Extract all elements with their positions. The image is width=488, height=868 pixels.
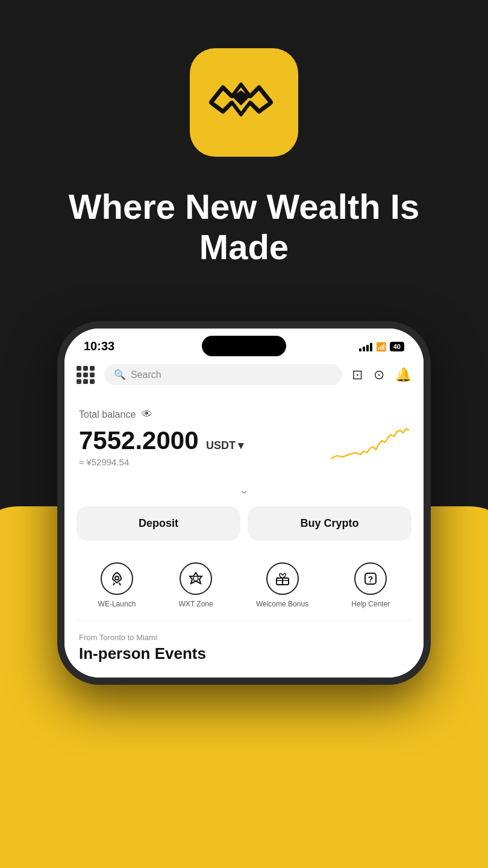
events-section: From Toronto to Miami In-person Events — [64, 621, 424, 678]
balance-display: 7552.2000 USDT ▾ — [79, 427, 243, 454]
currency-label: USDT — [206, 439, 236, 452]
action-buttons: Deposit Buy Crypto — [64, 506, 424, 553]
app-icon — [190, 48, 298, 157]
search-bar[interactable]: 🔍 Search — [104, 364, 342, 385]
feature-we-launch[interactable]: WE-Launch — [98, 562, 136, 608]
feature-wxt-zone[interactable]: WXT Zone — [179, 562, 213, 608]
help-center-label: Help Center — [351, 600, 390, 608]
scan-icon[interactable]: ⊡ — [352, 367, 363, 383]
events-subtitle: From Toronto to Miami — [79, 633, 409, 642]
balance-fiat: ≈ ¥52994.54 — [79, 457, 243, 467]
feature-welcome-bonus[interactable]: Welcome Bonus — [256, 562, 308, 608]
phone-screen: 10:33 📶 40 🔍 S — [64, 329, 424, 678]
help-center-icon: ? — [354, 562, 387, 595]
wifi-icon: 📶 — [376, 342, 386, 351]
hero-tagline: Where New Wealth Is Made — [0, 187, 488, 267]
signal-icon — [359, 342, 372, 351]
buy-crypto-button[interactable]: Buy Crypto — [248, 506, 411, 541]
hero-section: Where New Wealth Is Made — [0, 0, 488, 333]
we-launch-icon — [101, 562, 133, 595]
search-placeholder: Search — [131, 370, 161, 380]
support-icon[interactable]: ⊙ — [374, 367, 384, 383]
app-header: 🔍 Search ⊡ ⊙ 🔔 — [64, 358, 424, 394]
phone-outer-frame: 10:33 📶 40 🔍 S — [57, 321, 431, 685]
svg-point-1 — [193, 576, 198, 581]
status-icons: 📶 40 — [359, 342, 404, 351]
status-bar: 10:33 📶 40 — [64, 329, 424, 358]
currency-dropdown-icon[interactable]: ▾ — [238, 439, 243, 452]
welcome-bonus-label: Welcome Bonus — [256, 600, 308, 608]
search-icon: 🔍 — [114, 369, 126, 380]
status-time: 10:33 — [84, 339, 114, 353]
balance-left: 7552.2000 USDT ▾ ≈ ¥52994.54 — [79, 427, 243, 467]
svg-text:?: ? — [368, 574, 374, 584]
balance-section: Total balance 👁 7552.2000 USDT ▾ ≈ ¥5299… — [64, 394, 424, 477]
balance-amount: 7552.2000 — [79, 426, 199, 454]
feature-help-center[interactable]: ? Help Center — [351, 562, 390, 608]
we-launch-label: WE-Launch — [98, 600, 136, 608]
deposit-button[interactable]: Deposit — [77, 506, 240, 541]
features-row: WE-Launch WXT Zone — [64, 553, 424, 620]
notch — [202, 336, 286, 356]
header-actions: ⊡ ⊙ 🔔 — [352, 367, 411, 383]
wxt-zone-icon — [180, 562, 212, 595]
chevron-row[interactable]: ⌄ — [64, 477, 424, 506]
chevron-down-icon: ⌄ — [239, 482, 249, 497]
balance-header: Total balance 👁 — [79, 408, 409, 421]
welcome-bonus-icon — [266, 562, 299, 595]
balance-currency: USDT ▾ — [206, 439, 243, 452]
balance-row: 7552.2000 USDT ▾ ≈ ¥52994.54 — [79, 426, 409, 468]
grid-menu-icon[interactable] — [77, 366, 95, 384]
balance-label: Total balance — [79, 409, 136, 420]
bell-icon[interactable]: 🔔 — [395, 367, 411, 383]
phone-mockup: 10:33 📶 40 🔍 S — [0, 321, 488, 685]
mini-chart — [331, 426, 409, 468]
wxt-zone-label: WXT Zone — [179, 600, 213, 608]
events-title: In-person Events — [79, 644, 409, 663]
battery-icon: 40 — [390, 342, 404, 351]
svg-point-0 — [115, 576, 119, 580]
visibility-icon[interactable]: 👁 — [142, 408, 152, 421]
